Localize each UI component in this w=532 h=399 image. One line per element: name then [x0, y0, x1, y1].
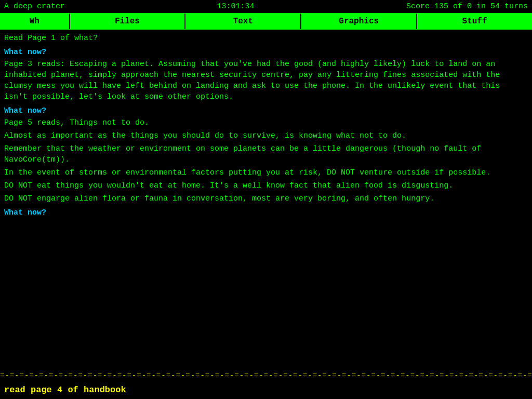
- menu-item-stuff[interactable]: Stuff: [417, 14, 532, 29]
- menu-item-wh[interactable]: Wh: [0, 14, 70, 29]
- prompt-line: What now?: [4, 105, 528, 116]
- input-bar[interactable]: read page 4 of handbook: [0, 381, 532, 399]
- game-text-line: DO NOT eat things you wouldn't eat at ho…: [4, 180, 528, 191]
- prompt-line: What now?: [4, 207, 528, 218]
- separator-line: =-=-=-=-=-=-=-=-=-=-=-=-=-=-=-=-=-=-=-=-…: [0, 371, 532, 380]
- time-text: 13:01:34: [217, 2, 254, 11]
- menu-item-text[interactable]: Text: [185, 14, 301, 29]
- game-text-line: Remember that the weather or environment…: [4, 143, 528, 165]
- menu-bar: Wh Files Text Graphics Stuff: [0, 13, 532, 30]
- main-content: Read Page 1 of what?What now?Page 3 read…: [0, 30, 532, 370]
- title-bar: A deep crater 13:01:34 Score 135 of 0 in…: [0, 0, 532, 13]
- prompt-line: What now?: [4, 47, 528, 58]
- game-text-line: In the event of storms or environmental …: [4, 167, 528, 178]
- game-text-line: Page 3 reads: Escaping a planet. Assumin…: [4, 59, 528, 102]
- game-text-line: DO NOT engarge alien flora or fauna in c…: [4, 193, 528, 204]
- game-text-line: Page 5 reads, Things not to do.: [4, 117, 528, 128]
- game-text-line: Almost as important as the things you sh…: [4, 130, 528, 141]
- game-text-line: Read Page 1 of what?: [4, 33, 528, 44]
- menu-item-files[interactable]: Files: [70, 14, 186, 29]
- menu-item-graphics[interactable]: Graphics: [301, 14, 417, 29]
- location-text: A deep crater: [4, 2, 65, 11]
- score-text: Score 135 of 0 in 54 turns: [406, 2, 528, 11]
